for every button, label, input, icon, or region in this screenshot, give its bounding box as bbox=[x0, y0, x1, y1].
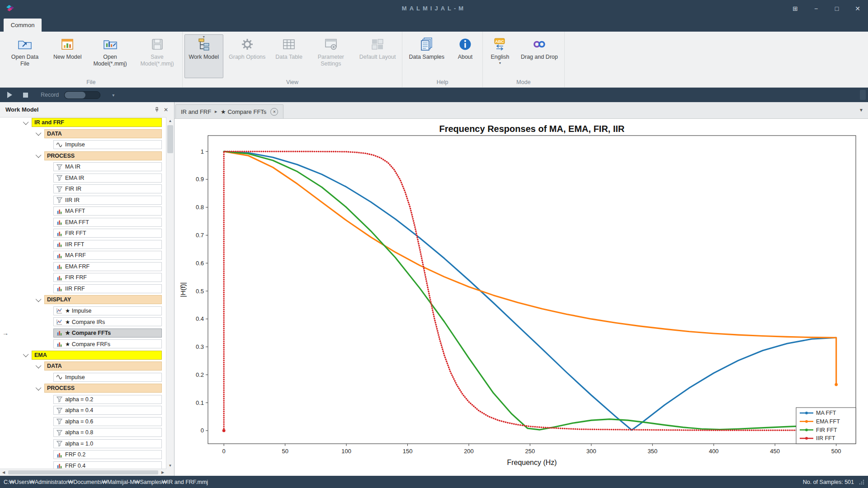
tree-row: alpha = 0.4 bbox=[0, 405, 166, 416]
filter-icon bbox=[56, 440, 63, 447]
expand-chevron-icon[interactable] bbox=[36, 362, 42, 368]
tree-row: IIR FFT bbox=[0, 239, 166, 250]
tree-item-impulse[interactable]: Impulse bbox=[53, 373, 162, 382]
play-icon[interactable] bbox=[7, 92, 12, 98]
window-controls: ⊞ − □ ✕ bbox=[785, 0, 868, 17]
tree-item-ema-fft[interactable]: EMA FFT bbox=[53, 218, 162, 227]
tree-item-iir-fft[interactable]: IIR FFT bbox=[53, 240, 162, 249]
tree-item-frf-0-2[interactable]: FRF 0.2 bbox=[53, 450, 162, 459]
horizontal-scroll-thumb[interactable] bbox=[8, 470, 158, 474]
tree-row: PROCESS bbox=[0, 383, 166, 394]
drag-and-drop-button[interactable]: Drag and Drop bbox=[516, 34, 562, 78]
tree-item-alpha-0-2[interactable]: alpha = 0.2 bbox=[53, 395, 162, 404]
tree-item-label: alpha = 1.0 bbox=[65, 441, 93, 447]
expand-chevron-icon[interactable] bbox=[36, 385, 42, 390]
filter-icon bbox=[56, 418, 63, 425]
x-tick-label: 500 bbox=[831, 448, 841, 455]
tree-item-data[interactable]: DATA bbox=[44, 129, 162, 138]
tree-item-iir-frf[interactable]: IIR FRF bbox=[53, 284, 162, 293]
tree-item-display[interactable]: DISPLAY bbox=[44, 295, 162, 304]
scroll-right-icon[interactable]: ▶ bbox=[159, 469, 166, 476]
barchart-icon bbox=[56, 274, 63, 281]
tab-list-dropdown-icon[interactable]: ▼ bbox=[859, 108, 863, 113]
ribbon-button-label: Open Model(*.mmj) bbox=[92, 54, 129, 67]
x-tick-label: 450 bbox=[770, 448, 780, 455]
layout-options-button[interactable]: ⊞ bbox=[785, 0, 806, 17]
tree-row: MA FFT bbox=[0, 206, 166, 217]
data-samples-button[interactable]: Data Samples bbox=[404, 34, 449, 78]
tree-item-ema-frf[interactable]: EMA FRF bbox=[53, 262, 162, 271]
tree-item-alpha-0-6[interactable]: alpha = 0.6 bbox=[53, 417, 162, 426]
tree-item-fir-ir[interactable]: FIR IR bbox=[53, 184, 162, 193]
tree-vertical-scrollbar[interactable]: ▲ ▼ bbox=[166, 117, 174, 469]
tree-item-alpha-0-4[interactable]: alpha = 0.4 bbox=[53, 406, 162, 415]
tree-item-process[interactable]: PROCESS bbox=[44, 151, 162, 160]
new-model-button[interactable]: New Model bbox=[49, 34, 86, 78]
tree-item-ma-ir[interactable]: MA IR bbox=[53, 162, 162, 171]
open-data-file-button[interactable]: Open Data File bbox=[2, 34, 48, 78]
english-button[interactable]: ABCEnglish▾ bbox=[485, 34, 515, 78]
tree-horizontal-scrollbar[interactable]: ◀ ▶ bbox=[0, 469, 166, 476]
tree-item-compare-ffts[interactable]: ★ Compare FFTs bbox=[53, 328, 162, 338]
ribbon-tab-common[interactable]: Common bbox=[4, 19, 42, 32]
resize-grip-icon[interactable] bbox=[859, 479, 864, 485]
tree-item-label: Impulse bbox=[65, 141, 85, 148]
tree-item-process[interactable]: PROCESS bbox=[44, 384, 162, 393]
open-model-mmj-button[interactable]: Open Model(*.mmj) bbox=[87, 34, 133, 78]
y-tick-label: 0.7 bbox=[196, 232, 204, 239]
about-button[interactable]: About bbox=[450, 34, 481, 78]
scroll-down-icon[interactable]: ▼ bbox=[166, 462, 174, 469]
tree-item-fir-frf[interactable]: FIR FRF bbox=[53, 273, 162, 282]
tree-item-alpha-0-8[interactable]: alpha = 0.8 bbox=[53, 428, 162, 437]
work-model-button[interactable]: ▾Work Model bbox=[184, 34, 223, 78]
maximize-button[interactable]: □ bbox=[826, 0, 847, 17]
vertical-scroll-thumb[interactable] bbox=[167, 125, 173, 153]
tree-item-frf-0-4[interactable]: FRF 0.4 bbox=[53, 461, 162, 469]
close-button[interactable]: ✕ bbox=[847, 0, 868, 17]
minimize-button[interactable]: − bbox=[806, 0, 826, 17]
panel-close-icon[interactable]: ✕ bbox=[161, 105, 170, 114]
tab-close-icon[interactable]: ✕ bbox=[270, 108, 278, 116]
tree-item-ma-fft[interactable]: MA FFT bbox=[53, 206, 162, 216]
expand-chevron-icon[interactable] bbox=[23, 352, 29, 357]
expand-chevron-icon[interactable] bbox=[36, 296, 42, 302]
expand-chevron-icon[interactable] bbox=[36, 130, 42, 136]
record-toggle-thumb[interactable] bbox=[65, 92, 85, 99]
record-dropdown-icon[interactable]: ▾ bbox=[112, 93, 114, 98]
tree-item-iir-ir[interactable]: IIR IR bbox=[53, 196, 162, 205]
pin-icon[interactable] bbox=[152, 105, 161, 114]
parameter-settings-button: Parameter Settings bbox=[308, 34, 354, 78]
scroll-up-icon[interactable]: ▲ bbox=[166, 117, 174, 124]
filter-icon bbox=[56, 164, 63, 170]
tree-item-impulse[interactable]: ★ Impulse bbox=[53, 306, 162, 315]
tree-item-data[interactable]: DATA bbox=[44, 361, 162, 371]
default-layout-button: Default Layout bbox=[355, 34, 401, 78]
tab-compare-ffts[interactable]: IR and FRF ► ★ Compare FFTs ✕ bbox=[175, 104, 283, 118]
tree-item-label: alpha = 0.4 bbox=[65, 407, 93, 413]
tree-item-ema[interactable]: EMA bbox=[32, 351, 162, 360]
tree-row: EMA FRF bbox=[0, 261, 166, 272]
tree-item-label: EMA IR bbox=[65, 175, 84, 181]
toolbar-overflow-handle[interactable] bbox=[860, 90, 866, 100]
tree-item-compare-frfs[interactable]: ★ Compare FRFs bbox=[53, 339, 162, 348]
x-tick-label: 200 bbox=[464, 448, 474, 455]
chevron-down-icon[interactable]: ▾ bbox=[499, 61, 501, 65]
scroll-left-icon[interactable]: ◀ bbox=[0, 469, 7, 476]
tree-item-ema-ir[interactable]: EMA IR bbox=[53, 174, 162, 183]
tree-item-compare-irs[interactable]: ★ Compare IRs bbox=[53, 317, 162, 326]
record-toggle[interactable] bbox=[64, 91, 100, 99]
stop-icon[interactable] bbox=[23, 93, 28, 98]
tree-item-ir-and-frf[interactable]: IR and FRF bbox=[32, 118, 162, 127]
tree-item-impulse[interactable]: Impulse bbox=[53, 140, 162, 149]
graph-options-button: Graph Options bbox=[224, 34, 270, 78]
tree-row: alpha = 0.2 bbox=[0, 394, 166, 405]
tree-row: Impulse bbox=[0, 139, 166, 150]
tree-item-ma-frf[interactable]: MA FRF bbox=[53, 251, 162, 260]
expand-chevron-icon[interactable] bbox=[36, 152, 42, 158]
expand-chevron-icon[interactable] bbox=[23, 119, 29, 125]
y-axis-label: |H(f)| bbox=[179, 282, 187, 297]
x-axis-label: Frequency (Hz) bbox=[507, 459, 557, 466]
tree-item-alpha-1-0[interactable]: alpha = 1.0 bbox=[53, 439, 162, 448]
parameter-settings-icon bbox=[324, 37, 338, 52]
tree-item-fir-fft[interactable]: FIR FFT bbox=[53, 229, 162, 238]
